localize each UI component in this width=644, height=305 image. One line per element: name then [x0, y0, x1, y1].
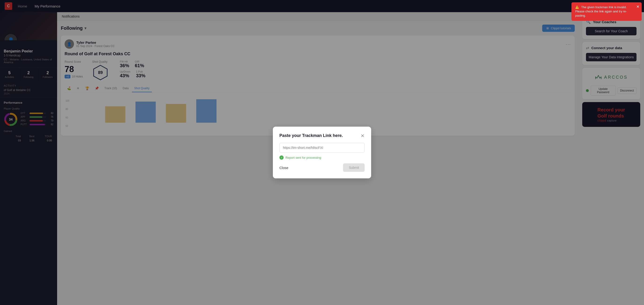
success-text: Report sent for processing	[286, 156, 321, 160]
trackman-link-input[interactable]	[280, 143, 364, 152]
modal-footer: Close Submit	[280, 164, 364, 172]
modal-header: Paste your Trackman Link here. ✕	[280, 133, 364, 138]
modal-overlay[interactable]: Paste your Trackman Link here. ✕ ✓ Repor…	[0, 0, 644, 305]
error-close-btn[interactable]: ✕	[636, 4, 639, 9]
error-banner: ⚠️ The given trackman link is invalid. P…	[572, 2, 642, 21]
modal-title: Paste your Trackman Link here.	[280, 133, 343, 138]
success-check-icon: ✓	[280, 156, 284, 160]
modal-submit-btn[interactable]: Submit	[343, 164, 364, 172]
modal-close-link[interactable]: Close	[280, 166, 288, 170]
error-message: The given trackman link is invalid. Plea…	[575, 6, 627, 17]
modal-close-btn[interactable]: ✕	[360, 134, 364, 138]
modal-success-message: ✓ Report sent for processing	[280, 156, 364, 160]
trackman-modal: Paste your Trackman Link here. ✕ ✓ Repor…	[273, 127, 371, 178]
warning-icon: ⚠️	[575, 6, 579, 9]
